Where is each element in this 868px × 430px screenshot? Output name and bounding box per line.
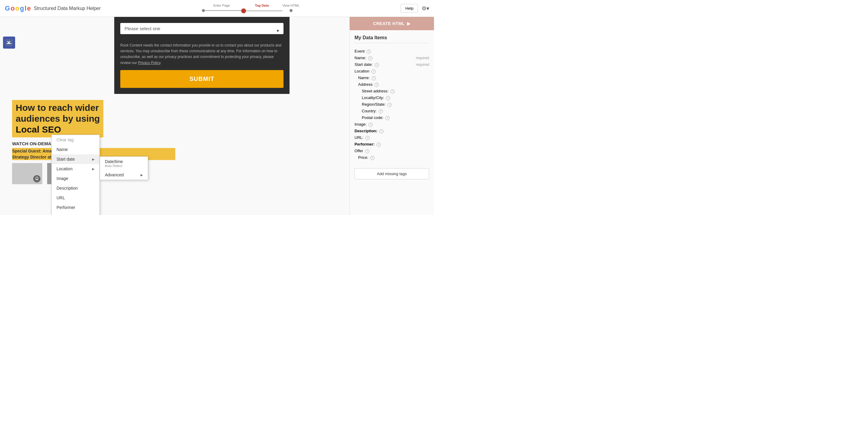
start-date-label: Start date (57, 157, 75, 162)
svg-rect-2 (7, 43, 11, 44)
logo-icon: ✕ (3, 37, 15, 48)
content-area: ✕ Please select one ▼ Rock Content needs… (0, 17, 349, 215)
topic-select[interactable]: Please select one (120, 23, 283, 34)
country-label-sidebar: Country: ? (362, 109, 383, 113)
create-html-button[interactable]: CREATE HTML ▶ (350, 17, 434, 30)
performer-label: Performer (57, 205, 75, 210)
menu-item-name[interactable]: Name (52, 145, 99, 154)
special-guest-text: Special Guest: Amand (12, 148, 57, 154)
event-field: Event ? (354, 48, 429, 55)
svg-text:✕: ✕ (7, 40, 10, 45)
step-view-html: View HTML (282, 4, 300, 12)
street-address-field: Street address: ? (354, 88, 429, 95)
create-html-label: CREATE HTML (373, 21, 405, 26)
locality-help-icon[interactable]: ? (386, 96, 390, 100)
submenu-item-advanced[interactable]: Advanced ▶ (100, 170, 148, 180)
menu-item-location[interactable]: Location ▶ (52, 164, 99, 174)
event-help-icon[interactable]: ? (367, 49, 371, 54)
locality-field: Locality/City: ? (354, 95, 429, 101)
offer-help-icon[interactable]: ? (365, 149, 369, 154)
add-missing-tags-button[interactable]: Add missing tags (354, 168, 429, 179)
logo-o1: o (10, 4, 14, 12)
description-label-sidebar: Description: ? (354, 129, 383, 133)
start-date-required: required (416, 63, 429, 67)
logo-g: G (5, 4, 10, 12)
menu-item-performer[interactable]: Performer (52, 203, 99, 212)
country-field: Country: ? (354, 108, 429, 114)
form-section: Please select one ▼ Rock Content needs t… (114, 17, 289, 94)
menu-item-clear-tag[interactable]: Clear tag (52, 135, 99, 145)
url-label: URL (57, 195, 65, 200)
name-label: Name (57, 147, 68, 152)
price-field: Price: ? (354, 154, 429, 161)
article-title-line2: audiences by using (16, 113, 100, 124)
article-title-line3: Local SEO (16, 124, 100, 135)
loc-name-field: Name: ? (354, 75, 429, 81)
country-help-icon[interactable]: ? (379, 109, 383, 113)
settings-button[interactable]: ⚙▾ (422, 5, 429, 12)
article-title-line1: How to reach wider (16, 102, 100, 113)
locality-label-sidebar: Locality/City: ? (362, 95, 390, 100)
menu-item-image[interactable]: Image (52, 174, 99, 183)
start-date-arrow: ▶ (92, 158, 95, 161)
article-title-block: How to reach wider audiences by using Lo… (12, 100, 103, 137)
address-label-sidebar: Address ? (358, 82, 379, 87)
image-label-sidebar: Image: ? (354, 122, 373, 127)
location-label: Location (57, 166, 72, 171)
postal-code-field: Postal code: ? (354, 114, 429, 121)
start-date-help-icon[interactable]: ? (375, 63, 379, 67)
app-title: Structured Data Markup Helper (34, 6, 101, 11)
image-field: Image: ? (354, 121, 429, 128)
location-field: Location ? (354, 68, 429, 75)
sidebar-title: My Data Items (354, 35, 429, 43)
create-html-arrow: ▶ (407, 21, 411, 26)
loc-name-help-icon[interactable]: ? (372, 76, 376, 80)
select-wrapper: Please select one ▼ (120, 23, 283, 38)
logo-e: e (27, 4, 31, 12)
street-help-icon[interactable]: ? (391, 89, 395, 94)
description-field: Description: ? (354, 128, 429, 134)
image-help-icon[interactable]: ? (368, 123, 373, 127)
image-label: Image (57, 176, 68, 181)
form-section-wrapper: Please select one ▼ Rock Content needs t… (24, 17, 349, 94)
location-help-icon[interactable]: ? (371, 69, 376, 74)
address-field: Address ? (354, 81, 429, 88)
submenu-item-datetime[interactable]: Date/time Auto Detect (100, 157, 148, 170)
name-help-icon[interactable]: ? (368, 56, 372, 60)
event-label: Event ? (354, 49, 371, 54)
help-button[interactable]: Help (401, 4, 418, 13)
name-required: required (416, 56, 429, 60)
step-line-1 (205, 10, 241, 11)
address-help-icon[interactable]: ? (374, 83, 379, 87)
logo-l: l (25, 4, 26, 12)
step-view-html-label: View HTML (282, 4, 300, 7)
gear-icon: ⚙▾ (422, 5, 429, 11)
url-field: URL: ? (354, 134, 429, 141)
menu-item-offer[interactable]: Offer ▶ (52, 212, 99, 215)
submit-button[interactable]: SUBMIT (120, 70, 283, 88)
postal-help-icon[interactable]: ? (385, 116, 390, 120)
location-arrow: ▶ (92, 167, 95, 171)
privacy-link[interactable]: Privacy Policy (138, 61, 160, 65)
region-help-icon[interactable]: ? (388, 103, 392, 107)
header: Google Structured Data Markup Helper Ent… (0, 0, 434, 17)
menu-item-url[interactable]: URL (52, 193, 99, 203)
context-menu-overlay: Clear tag Name Start date ▶ Location ▶ (51, 135, 100, 215)
url-label-sidebar: URL: ? (354, 135, 370, 140)
offer-label-sidebar: Offer ? (354, 148, 369, 154)
menu-item-description[interactable]: Description (52, 183, 99, 193)
performer-help-icon[interactable]: ? (377, 142, 381, 147)
region-label-sidebar: Region/State: ? (362, 102, 392, 107)
price-label-sidebar: Price: ? (358, 155, 374, 160)
step-tag-data: Tag Data (241, 4, 282, 13)
price-help-icon[interactable]: ? (370, 156, 374, 160)
street-label-sidebar: Street address: ? (362, 89, 395, 94)
logo-o2: o (16, 4, 19, 12)
logo-g2: g (20, 4, 24, 12)
step-enter-page-label: Enter Page (213, 4, 230, 7)
url-help-icon[interactable]: ? (365, 136, 370, 140)
menu-item-start-date[interactable]: Start date ▶ (52, 154, 99, 164)
start-date-label-sidebar: Start date: ? (354, 62, 379, 67)
description-help-icon[interactable]: ? (379, 129, 383, 133)
description-label: Description (57, 186, 78, 191)
